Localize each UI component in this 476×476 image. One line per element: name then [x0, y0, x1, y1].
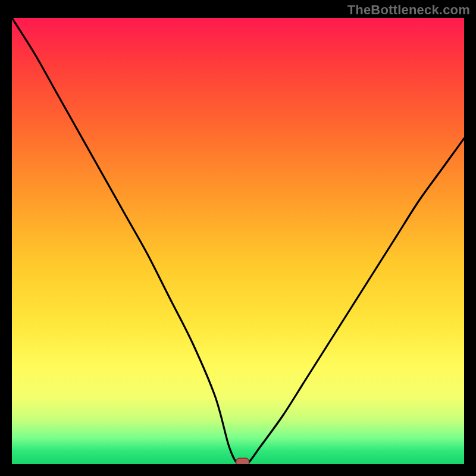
optimal-marker	[236, 458, 249, 464]
bottleneck-curve	[12, 18, 464, 464]
plot-area	[12, 18, 464, 464]
watermark-text: TheBottleneck.com	[347, 2, 470, 18]
bottleneck-curve-svg	[12, 18, 464, 464]
chart-frame: TheBottleneck.com	[0, 0, 476, 476]
